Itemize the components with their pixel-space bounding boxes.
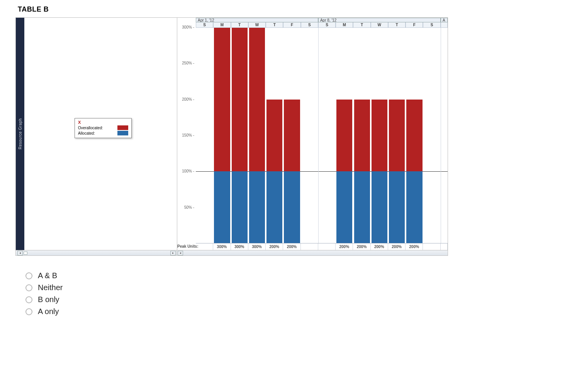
chart-area: Apr 1, '12Apr 8, '12A SMTWTFSSMTWTFS 300… [196,18,448,250]
bar-column [231,28,248,243]
bar-overallocated [354,100,370,171]
day-header-cell: S [423,22,440,28]
day-header-cell: W [248,22,266,28]
table-title: TABLE B [18,5,562,14]
bar-column [423,28,441,243]
bar-column [213,28,231,243]
day-header-row: SMTWTFSSMTWTFS [196,22,448,28]
legend-overallocated-row: Overallocated: [78,125,128,130]
day-header-cell: S [301,22,318,28]
option-label: A only [38,307,59,316]
bar-column [283,28,300,243]
bar-column [371,28,388,243]
plot-area [196,28,448,243]
day-header-cell: W [371,22,388,28]
y-axis: 50% -100% -150% -200% -250% -300% - [177,27,196,243]
bar-overallocated [284,100,300,171]
day-header-cell: T [353,22,370,28]
option-b-only[interactable]: B only [25,295,562,304]
week-header-row: Apr 1, '12Apr 8, '12A [196,18,448,22]
scroll-thumb-icon[interactable] [24,252,27,255]
week-header-cell: Apr 8, '12 [318,18,441,22]
radio-icon[interactable] [25,308,32,315]
bar-column [406,28,423,243]
week-header-cell: Apr 1, '12 [196,18,318,22]
bar-overallocated [214,28,230,171]
legend-allocated-label: Allocated: [78,131,95,135]
option-label: Neither [38,283,63,292]
resource-graph-tab[interactable]: Resource Graph [16,18,24,250]
bar-column [336,28,353,243]
panel-main: Resource Graph X Overallocated: Allocate… [16,18,448,250]
legend-overallocated-label: Overallocated: [78,126,103,130]
y-axis-tick: 50% - [184,205,194,209]
peak-units-cell: 300% [231,243,248,250]
peak-units-cell: 200% [406,243,423,250]
bar-column [353,28,371,243]
bar-allocated [389,171,405,243]
resource-list-pane: X Overallocated: Allocated: [24,18,177,250]
peak-units-cell [318,243,336,250]
scroll-left-end-icon[interactable]: ▸ [170,251,176,255]
y-axis-tick: 300% - [182,25,194,29]
option-a-and-b[interactable]: A & B [25,271,562,280]
peak-units-cell: 200% [266,243,283,250]
radio-icon[interactable] [25,296,32,303]
day-header-cell: S [318,22,336,28]
bar-allocated [284,171,300,243]
option-a-only[interactable]: A only [25,307,562,316]
bar-allocated [214,171,230,243]
day-header-cell: F [283,22,300,28]
peak-units-label: Peak Units: [177,243,196,250]
legend-allocated-row: Allocated: [78,131,128,135]
bar-column [266,28,283,243]
scroll-left-start-icon[interactable]: ◂ [17,251,23,255]
chart-pane: 50% -100% -150% -200% -250% -300% - Peak… [177,18,448,250]
bar-allocated [336,171,352,243]
peak-units-cell: 300% [248,243,266,250]
peak-units-cell: 300% [213,243,231,250]
y-axis-tick: 200% - [182,97,194,101]
radio-icon[interactable] [25,284,32,291]
peak-units-cell [196,243,213,250]
scroll-footer: ◂ ▸ ◂ [16,250,448,255]
bar-column [248,28,266,243]
day-header-cell: M [336,22,353,28]
peak-units-cell [301,243,318,250]
bar-overallocated [249,28,265,171]
day-header-cell: T [266,22,283,28]
bar-column [196,28,213,243]
y-axis-tick: 100% - [182,169,194,173]
bar-allocated [372,171,387,243]
peak-units-cell [441,243,448,250]
bar-overallocated [336,100,352,171]
left-scroll-region: ◂ ▸ [16,250,177,255]
day-header-cell: T [231,22,248,28]
bar-column [301,28,318,243]
bar-overallocated [389,100,405,171]
day-header-cell [441,22,448,28]
bar-overallocated [372,100,387,171]
peak-units-row: 300%300%300%200%200%200%200%200%200%200% [196,243,448,250]
day-header-cell: T [388,22,406,28]
bar-overallocated [406,100,422,171]
legend-overallocated-swatch [117,125,128,130]
day-header-cell: M [213,22,231,28]
resource-graph-panel: Resource Graph X Overallocated: Allocate… [15,17,448,256]
peak-units-cell: 200% [336,243,353,250]
peak-units-cell: 200% [388,243,406,250]
option-label: A & B [38,271,57,280]
peak-units-cell: 200% [353,243,370,250]
scroll-right-start-icon[interactable]: ◂ [178,251,183,255]
bar-allocated [232,171,248,243]
option-neither[interactable]: Neither [25,283,562,292]
legend-allocated-swatch [117,131,128,135]
y-axis-tick: 250% - [182,61,194,65]
day-header-cell: F [406,22,423,28]
option-label: B only [38,295,59,304]
bar-allocated [406,171,422,243]
bar-overallocated [266,100,282,171]
right-scroll-region: ◂ [177,250,448,255]
peak-units-cell [423,243,440,250]
radio-icon[interactable] [25,272,32,279]
